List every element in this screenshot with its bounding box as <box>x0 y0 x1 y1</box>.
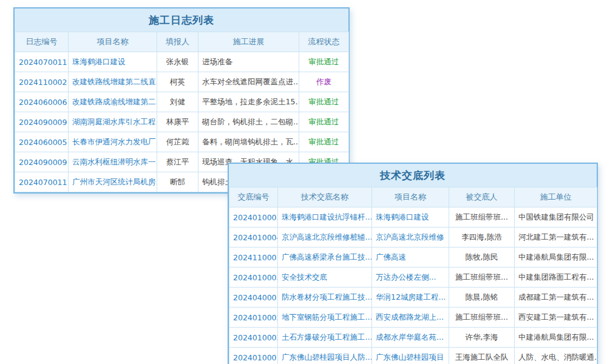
log-id-cell[interactable]: 2024090009 <box>15 112 69 132</box>
disclosure-unit-cell: 成都建工第一建筑有... <box>515 288 597 308</box>
technical-disclosure-table: 交底编号 技术交底名称 项目名称 被交底人 施工单位 2024010003珠海鹤… <box>229 187 597 364</box>
table-row: 2024060006改建铁路成渝线增建第二...刘健平整场地，拉走多余泥土15.… <box>15 92 349 112</box>
log-status-cell: 审批通过 <box>299 132 349 152</box>
disclosure-person-cell: 陈晨,陈铭 <box>449 288 515 308</box>
disclosure-project-cell[interactable]: 华润12城房建工程... <box>372 288 449 308</box>
disclosure-unit-cell: 中建港航局集团有限... <box>515 328 597 348</box>
log-id-cell[interactable]: 2024090009 <box>15 152 69 172</box>
log-status-cell: 审批通过 <box>299 52 349 72</box>
disclosure-unit-cell: 河北建工第一建筑有... <box>515 228 597 248</box>
log-reporter-cell: 刘健 <box>157 92 198 112</box>
disclosure-name-cell[interactable]: 防水卷材分项工程施工技... <box>278 288 372 308</box>
construction-log-title: 施工日志列表 <box>15 8 348 32</box>
disclosure-name-cell[interactable]: 京沪高速北京段维修桩辅... <box>278 228 372 248</box>
disclosure-project-cell[interactable]: 万达办公楼左侧... <box>372 268 449 288</box>
disclosure-unit-cell: 中建集团路面工程有... <box>515 268 597 288</box>
table-row: 2024110002改建铁路线增建第二线直...柯英水车对全线遮阳网覆盖点进..… <box>15 72 349 92</box>
log-project-cell[interactable]: 湖南洞庭湖水库引水工程... <box>69 112 157 132</box>
log-project-cell[interactable]: 长春市伊通河水力发电厂... <box>69 132 157 152</box>
log-progress-cell: 平整场地，拉走多余泥土15... <box>198 92 299 112</box>
disclosure-project-cell[interactable]: 京沪高速北京段维修 <box>372 228 449 248</box>
disclosure-unit-cell: 中国铁建集团有限公司 <box>515 207 597 228</box>
log-progress-cell: 备料，砌间墙钩机排土，瓦... <box>198 132 299 152</box>
table-row: 2024010003安全技术交底万达办公楼左侧...施工班组带班...中建集团路… <box>229 268 597 288</box>
disclosure-project-cell[interactable]: 珠海鹤港口建设 <box>372 207 449 228</box>
disclosure-name-cell[interactable]: 地下室钢筋分项工程施工... <box>278 308 372 328</box>
disclosure-name-cell[interactable]: 广佛高速桥梁承台施工技... <box>278 248 372 268</box>
disclosure-person-cell: 施工班组带班... <box>449 268 515 288</box>
log-id-cell[interactable]: 2024070011 <box>15 52 69 72</box>
log-reporter-cell: 柯英 <box>157 72 198 92</box>
disclosure-id-cell[interactable]: 2024010003 <box>229 268 278 288</box>
disclosure-col-header-unit: 施工单位 <box>515 187 597 207</box>
log-col-header-status: 流程状态 <box>299 32 349 52</box>
log-project-cell[interactable]: 改建铁路成渝线增建第二... <box>69 92 157 112</box>
disclosure-id-cell[interactable]: 2024010003 <box>229 207 278 228</box>
disclosure-name-cell[interactable]: 安全技术交底 <box>278 268 372 288</box>
disclosure-name-cell[interactable]: 广东佛山碧桂园项目人防... <box>278 348 372 364</box>
log-progress-cell: 水车对全线遮阳网覆盖点进... <box>198 72 299 92</box>
log-status-cell: 作废 <box>299 72 349 92</box>
disclosure-project-cell[interactable]: 广佛高速 <box>372 248 449 268</box>
table-row: 2024010004京沪高速北京段维修桩辅...京沪高速北京段维修李四海,陈浩河… <box>229 228 597 248</box>
disclosure-name-cell[interactable]: 珠海鹤港口建设抗浮锚杆... <box>278 207 372 228</box>
technical-disclosure-panel: 技术交底列表 交底编号 技术交底名称 项目名称 被交底人 施工单位 202401… <box>228 163 598 364</box>
disclosure-id-cell[interactable]: 2024110001 <box>229 248 278 268</box>
disclosure-unit-cell: 人防、水电、消防暖通... <box>515 348 597 364</box>
disclosure-col-header-project: 项目名称 <box>372 187 449 207</box>
log-table-header-row: 日志编号 项目名称 填报人 施工进展 流程状态 <box>15 32 349 52</box>
disclosure-person-cell: 许华,李海 <box>449 328 515 348</box>
disclosure-project-cell[interactable]: 广东佛山碧桂园项目 <box>372 348 449 364</box>
disclosure-id-cell[interactable]: 2024010002 <box>229 308 278 328</box>
log-reporter-cell: 张永银 <box>157 52 198 72</box>
log-project-cell[interactable]: 珠海鹤港口建设 <box>69 52 157 72</box>
disclosure-id-cell[interactable]: 2024010002 <box>229 328 278 348</box>
log-reporter-cell: 林康平 <box>157 112 198 132</box>
table-row: 2024010003珠海鹤港口建设抗浮锚杆...珠海鹤港口建设施工班组带班...… <box>229 207 597 228</box>
disclosure-table-body: 2024010003珠海鹤港口建设抗浮锚杆...珠海鹤港口建设施工班组带班...… <box>229 207 597 364</box>
disclosure-id-cell[interactable]: 2024040001 <box>229 288 278 308</box>
table-row: 2024090009湖南洞庭湖水库引水工程...林康平砌台阶，钩机排土，二包砌.… <box>15 112 349 132</box>
disclosure-person-cell: 施工班组带班... <box>449 308 515 328</box>
disclosure-col-header-person: 被交底人 <box>449 187 515 207</box>
log-progress-cell: 进场准备 <box>198 52 299 72</box>
table-row: 2024110001广佛高速桥梁承台施工技...广佛高速陈牧,陈民中建港航局集团… <box>229 248 597 268</box>
log-status-cell: 审批通过 <box>299 112 349 132</box>
disclosure-person-cell: 陈牧,陈民 <box>449 248 515 268</box>
table-row: 2024010002地下室钢筋分项工程施工...西安成都路龙湖上...施工班组带… <box>229 308 597 328</box>
log-status-cell: 审批通过 <box>299 92 349 112</box>
disclosure-col-header-name: 技术交底名称 <box>278 187 372 207</box>
disclosure-table-header-row: 交底编号 技术交底名称 项目名称 被交底人 施工单位 <box>229 187 597 207</box>
log-id-cell[interactable]: 2024070011 <box>15 172 69 192</box>
disclosure-id-cell[interactable]: 2024010001 <box>229 348 278 364</box>
log-col-header-progress: 施工进展 <box>198 32 299 52</box>
disclosure-col-header-id: 交底编号 <box>229 187 278 207</box>
disclosure-name-cell[interactable]: 土石方爆破分项工程施工... <box>278 328 372 348</box>
disclosure-id-cell[interactable]: 2024010004 <box>229 228 278 248</box>
log-progress-cell: 砌台阶，钩机排土，二包砌... <box>198 112 299 132</box>
log-id-cell[interactable]: 2024110002 <box>15 72 69 92</box>
table-row: 2024010001广东佛山碧桂园项目人防...广东佛山碧桂园项目王海施工队全队… <box>229 348 597 364</box>
log-reporter-cell: 断郜 <box>157 172 198 192</box>
log-col-header-id: 日志编号 <box>15 32 69 52</box>
log-reporter-cell: 何芷菀 <box>157 132 198 152</box>
table-row: 2024040001防水卷材分项工程施工技...华润12城房建工程...陈晨,陈… <box>229 288 597 308</box>
log-project-cell[interactable]: 改建铁路线增建第二线直... <box>69 72 157 92</box>
table-row: 2024060005长春市伊通河水力发电厂...何芷菀备料，砌间墙钩机排土，瓦.… <box>15 132 349 152</box>
log-id-cell[interactable]: 2024060006 <box>15 92 69 112</box>
log-project-cell[interactable]: 云南水利枢纽潜明水库一... <box>69 152 157 172</box>
disclosure-person-cell: 李四海,陈浩 <box>449 228 515 248</box>
disclosure-person-cell: 王海施工队全队 <box>449 348 515 364</box>
log-col-header-reporter: 填报人 <box>157 32 198 52</box>
disclosure-unit-cell: 西安建工第一建筑有... <box>515 308 597 328</box>
disclosure-project-cell[interactable]: 西安成都路龙湖上... <box>372 308 449 328</box>
log-col-header-project: 项目名称 <box>69 32 157 52</box>
disclosure-person-cell: 施工班组带班... <box>449 207 515 228</box>
log-project-cell[interactable]: 广州市天河区统计局机房... <box>69 172 157 192</box>
log-id-cell[interactable]: 2024060005 <box>15 132 69 152</box>
disclosure-project-cell[interactable]: 成都水岸华庭名苑... <box>372 328 449 348</box>
technical-disclosure-title: 技术交底列表 <box>229 164 597 187</box>
table-row: 2024010002土石方爆破分项工程施工...成都水岸华庭名苑...许华,李海… <box>229 328 597 348</box>
log-reporter-cell: 蔡江平 <box>157 152 198 172</box>
disclosure-unit-cell: 中建港航局集团有限... <box>515 248 597 268</box>
